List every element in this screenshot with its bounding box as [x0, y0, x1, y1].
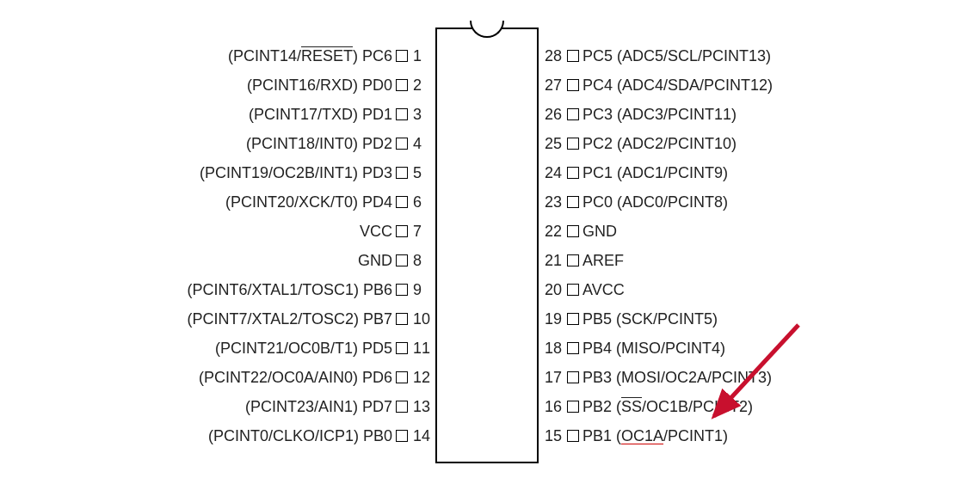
pin-label: (PCINT18/INT0) PD2 [246, 135, 396, 153]
pin-pad [567, 401, 579, 413]
pin-pad [567, 167, 579, 179]
pin-number: 4 [408, 135, 435, 153]
pin-pad [567, 50, 579, 62]
pin-pad [567, 225, 579, 237]
pin-label: (PCINT21/OC0B/T1) PD5 [215, 340, 396, 358]
pin-number: 18 [539, 340, 567, 358]
pin-row-left: (PCINT21/OC0B/T1) PD511 [215, 334, 435, 363]
pin-label: PC5 (ADC5/SCL/PCINT13) [579, 47, 771, 65]
pin-number: 3 [408, 106, 435, 124]
pin-number: 1 [408, 47, 435, 65]
pin-pad [396, 108, 408, 120]
pin-number: 8 [408, 252, 435, 270]
pin-number: 13 [408, 398, 435, 416]
pin-label: PC4 (ADC4/SDA/PCINT12) [579, 77, 773, 95]
pin-label: (PCINT17/TXD) PD1 [249, 106, 396, 124]
pin-row-right: 27PC4 (ADC4/SDA/PCINT12) [539, 70, 773, 100]
pin-row-right: 17PB3 (MOSI/OC2A/PCINT3) [539, 363, 772, 392]
pin-pad [396, 342, 408, 354]
pin-number: 27 [539, 77, 567, 95]
pin-row-right: 18PB4 (MISO/PCINT4) [539, 334, 725, 363]
pin-pad [567, 284, 579, 296]
pin-label: GND [579, 223, 617, 241]
pin-pad [396, 401, 408, 413]
pin-pad [396, 225, 408, 237]
pin-number: 16 [539, 398, 567, 416]
pin-pad [567, 313, 579, 325]
pin-row-right: 19PB5 (SCK/PCINT5) [539, 304, 718, 334]
pin-row-right: 22GND [539, 217, 617, 246]
pin-number: 17 [539, 369, 567, 387]
pin-pad [396, 313, 408, 325]
pin-number: 11 [408, 340, 435, 358]
pin-label: PB3 (MOSI/OC2A/PCINT3) [579, 369, 772, 387]
pin-row-left: GND8 [358, 246, 435, 275]
pin-pad [567, 371, 579, 383]
pin-pad [567, 108, 579, 120]
pin-label: AVCC [579, 281, 625, 299]
pin-row-right: 24PC1 (ADC1/PCINT9) [539, 158, 728, 187]
pin-label: (PCINT14/RESET) PC6 [228, 47, 396, 65]
pin-row-right: 15PB1 (OC1A/PCINT1) [539, 421, 728, 450]
pin-row-left: (PCINT17/TXD) PD13 [249, 100, 435, 129]
pin-label: PB1 (OC1A/PCINT1) [579, 427, 728, 445]
pin-row-left: (PCINT19/OC2B/INT1) PD35 [200, 158, 435, 187]
pin-row-right: 25PC2 (ADC2/PCINT10) [539, 129, 737, 158]
pin-pad [396, 167, 408, 179]
pin-row-right: 16PB2 (SS/OC1B/PCINT2) [539, 392, 753, 421]
pin-label: PB2 (SS/OC1B/PCINT2) [579, 398, 753, 416]
pin-number: 25 [539, 135, 567, 153]
pin-pad [567, 138, 579, 150]
pin-number: 6 [408, 193, 435, 211]
pin-label: PB5 (SCK/PCINT5) [579, 310, 718, 328]
pin-pad [567, 430, 579, 442]
pin-pad [396, 196, 408, 208]
pin-number: 10 [408, 310, 435, 328]
pin-row-left: (PCINT6/XTAL1/TOSC1) PB69 [188, 275, 435, 304]
pin-label: (PCINT7/XTAL2/TOSC2) PB7 [188, 310, 396, 328]
pin-row-right: 28PC5 (ADC5/SCL/PCINT13) [539, 41, 771, 70]
pin-row-right: 21AREF [539, 246, 624, 275]
pin-pad [396, 50, 408, 62]
pin-pad [396, 371, 408, 383]
pin-label: VCC [360, 223, 396, 241]
chip-body-outline [435, 28, 539, 463]
pin-pad [396, 79, 408, 91]
pin-row-left: (PCINT22/OC0A/AIN0) PD612 [199, 363, 435, 392]
pin-number: 19 [539, 310, 567, 328]
pin-number: 12 [408, 369, 435, 387]
pin-row-left: (PCINT14/RESET) PC61 [228, 41, 435, 70]
pin-number: 5 [408, 164, 435, 182]
pin-number: 14 [408, 427, 435, 445]
pin-number: 21 [539, 252, 567, 270]
pin-label: PB4 (MISO/PCINT4) [579, 340, 725, 358]
pin-pad [396, 138, 408, 150]
pin-pad [567, 254, 579, 266]
pin-number: 15 [539, 427, 567, 445]
pin-label: (PCINT20/XCK/T0) PD4 [225, 193, 396, 211]
pin-row-left: (PCINT16/RXD) PD02 [247, 70, 435, 100]
pin-number: 23 [539, 193, 567, 211]
pin-row-right: 23PC0 (ADC0/PCINT8) [539, 187, 728, 217]
pin-label: PC0 (ADC0/PCINT8) [579, 193, 728, 211]
pin-number: 22 [539, 223, 567, 241]
pinout-diagram: (PCINT14/RESET) PC61(PCINT16/RXD) PD02(P… [0, 0, 980, 490]
pin-pad [567, 79, 579, 91]
pin-row-left: (PCINT23/AIN1) PD713 [245, 392, 435, 421]
pin-number: 24 [539, 164, 567, 182]
pin-label: GND [358, 252, 396, 270]
pin-pad [396, 430, 408, 442]
pin-label: AREF [579, 252, 624, 270]
pin-number: 20 [539, 281, 567, 299]
pin-number: 7 [408, 223, 435, 241]
pin-number: 26 [539, 106, 567, 124]
pin-label: (PCINT16/RXD) PD0 [247, 77, 396, 95]
pin-row-right: 26PC3 (ADC3/PCINT11) [539, 100, 737, 129]
pin-label: (PCINT19/OC2B/INT1) PD3 [200, 164, 396, 182]
pin-row-left: (PCINT0/CLKO/ICP1) PB014 [208, 421, 435, 450]
pin-row-left: (PCINT7/XTAL2/TOSC2) PB710 [188, 304, 435, 334]
pin-pad [396, 254, 408, 266]
pin-number: 2 [408, 77, 435, 95]
pin-row-left: (PCINT20/XCK/T0) PD46 [225, 187, 435, 217]
pin-number: 9 [408, 281, 435, 299]
